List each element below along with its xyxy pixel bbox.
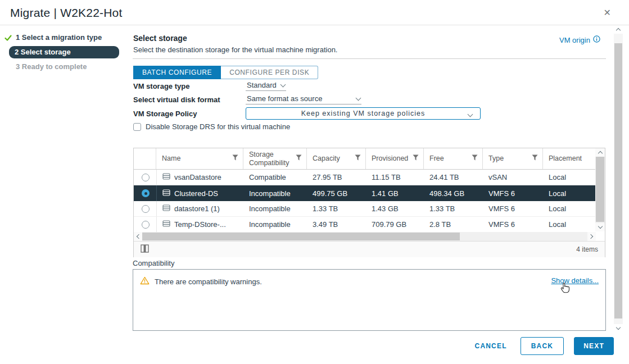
scroll-left-icon[interactable] <box>134 232 142 241</box>
radio-column-header <box>134 148 156 169</box>
table-horizontal-scrollbar[interactable] <box>134 232 596 241</box>
tab-configure-per-disk[interactable]: CONFIGURE PER DISK <box>221 66 318 79</box>
cell-placement: Local <box>543 204 596 213</box>
datastore-icon <box>162 189 170 198</box>
chevron-down-icon <box>468 112 473 117</box>
col-header-type[interactable]: Type <box>483 148 543 169</box>
filter-icon[interactable] <box>532 154 538 162</box>
dialog-scroll-thumb[interactable] <box>614 43 622 319</box>
dialog-header: Migrate | W2K22-Hot ✕ <box>0 0 629 25</box>
step-label: 3 Ready to complete <box>16 62 87 71</box>
scroll-right-icon[interactable] <box>587 232 596 241</box>
table-header: Name Storage Compatibility Capacity Prov… <box>134 148 596 170</box>
compatibility-panel: There are compatibility warnings. Show d… <box>133 269 606 331</box>
cell-name: Clustered-DS <box>174 189 218 198</box>
vm-storage-type-select[interactable]: Standard <box>246 81 286 91</box>
filter-icon[interactable] <box>232 154 238 162</box>
row-radio-selected[interactable] <box>142 189 150 197</box>
step-label: 1 Select a migration type <box>16 33 102 42</box>
col-header-free[interactable]: Free <box>424 148 483 169</box>
vertical-scroll-thumb[interactable] <box>596 157 604 222</box>
disk-format-label: Select virtual disk format <box>133 95 220 104</box>
items-count: 4 items <box>576 245 598 253</box>
datastore-icon <box>162 172 170 182</box>
row-radio[interactable] <box>142 174 150 181</box>
cell-type: vSAN <box>483 173 543 181</box>
cell-capacity: 499.75 GB <box>307 189 366 198</box>
horizontal-scroll-thumb[interactable] <box>142 233 460 240</box>
disk-format-value: Same format as source <box>247 94 322 103</box>
cell-provisioned: 11.15 TB <box>366 173 424 181</box>
table-row[interactable]: vsanDatastore Compatible 27.95 TB 11.15 … <box>134 170 596 185</box>
chevron-down-icon <box>280 82 286 88</box>
row-radio[interactable] <box>142 221 150 229</box>
compatibility-warning-row: There are compatibility warnings. <box>140 276 262 286</box>
scroll-down-icon[interactable] <box>614 324 623 333</box>
table-row[interactable]: datastore1 (1) Incompatible 1.33 TB 1.43… <box>134 201 596 217</box>
col-header-name[interactable]: Name <box>156 148 243 169</box>
vm-origin-label: VM origin <box>559 36 590 44</box>
cell-placement: Local <box>543 189 596 198</box>
row-radio[interactable] <box>142 205 150 213</box>
warning-icon <box>140 276 150 286</box>
cell-name: vsanDatastore <box>174 173 221 181</box>
vm-storage-type-label: VM storage type <box>133 82 189 90</box>
step-select-storage[interactable]: 2 Select storage <box>9 46 119 58</box>
scroll-up-icon[interactable] <box>614 25 623 34</box>
column-chooser-icon[interactable] <box>141 244 149 254</box>
col-header-capacity[interactable]: Capacity <box>307 148 366 169</box>
cancel-button[interactable]: CANCEL <box>472 338 510 354</box>
step-ready-to-complete: 3 Ready to complete <box>6 61 128 73</box>
table-row[interactable]: Temp-DStore-... Incompatible 3.49 TB 709… <box>134 217 596 233</box>
divider <box>133 58 606 59</box>
vm-storage-type-value: Standard <box>247 81 277 89</box>
cell-provisioned: 1.41 GB <box>366 189 424 198</box>
close-icon[interactable]: ✕ <box>604 8 611 17</box>
storage-policy-select[interactable]: Keep existing VM storage policies <box>246 107 481 120</box>
col-header-storage-compatibility[interactable]: Storage Compatibility <box>243 148 307 169</box>
filter-icon[interactable] <box>472 154 478 162</box>
cell-type: VMFS 6 <box>483 189 543 198</box>
show-details-link[interactable]: Show details... <box>551 276 599 285</box>
scroll-up-icon[interactable] <box>595 148 605 157</box>
dialog-title: Migrate | W2K22-Hot <box>10 6 123 20</box>
drs-checkbox-row: Disable Storage DRS for this virtual mac… <box>133 122 290 131</box>
cell-placement: Local <box>543 173 596 181</box>
storage-policy-label: VM Storage Policy <box>133 110 197 118</box>
col-header-provisioned[interactable]: Provisioned <box>366 148 424 169</box>
table-vertical-scrollbar[interactable] <box>595 148 605 231</box>
dialog-vertical-scrollbar[interactable] <box>614 25 623 333</box>
cell-free: 24.41 TB <box>424 173 483 181</box>
step-label: 2 Select storage <box>15 48 71 56</box>
step-select-migration-type[interactable]: 1 Select a migration type <box>6 31 128 44</box>
disk-format-select[interactable]: Same format as source <box>246 94 361 104</box>
filter-icon[interactable] <box>296 154 302 162</box>
cell-capacity: 1.33 TB <box>307 204 366 213</box>
warning-text: There are compatibility warnings. <box>155 277 262 286</box>
filter-icon[interactable] <box>413 154 419 162</box>
back-button[interactable]: BACK <box>521 337 564 355</box>
cell-compat: Compatible <box>243 173 307 181</box>
cell-type: VMFS 6 <box>483 204 543 213</box>
configure-tabs: BATCH CONFIGURE CONFIGURE PER DISK <box>133 66 318 79</box>
cell-compat: Incompatible <box>243 220 307 229</box>
disable-drs-checkbox[interactable] <box>133 123 141 131</box>
vm-origin-link[interactable]: VM origin <box>559 35 600 44</box>
cell-name: Temp-DStore-... <box>174 220 226 229</box>
info-icon <box>593 35 600 44</box>
chevron-down-icon <box>356 95 361 101</box>
cell-compat: Incompatible <box>243 204 307 213</box>
table-row-selected[interactable]: Clustered-DS Incompatible 499.75 GB 1.41… <box>134 185 596 201</box>
tab-batch-configure[interactable]: BATCH CONFIGURE <box>133 66 221 79</box>
col-header-placement[interactable]: Placement <box>543 148 596 169</box>
cell-free: 2.8 TB <box>424 220 483 229</box>
datastore-icon <box>162 220 170 229</box>
scroll-track[interactable] <box>614 34 623 324</box>
filter-icon[interactable] <box>355 154 361 162</box>
dialog-footer: CANCEL BACK NEXT <box>0 337 614 355</box>
table-footer: 4 items <box>134 241 605 257</box>
cell-provisioned: 709.79 GB <box>366 220 424 229</box>
next-button[interactable]: NEXT <box>574 337 614 355</box>
cell-free: 1.33 TB <box>424 204 483 213</box>
scroll-down-icon[interactable] <box>595 223 605 231</box>
